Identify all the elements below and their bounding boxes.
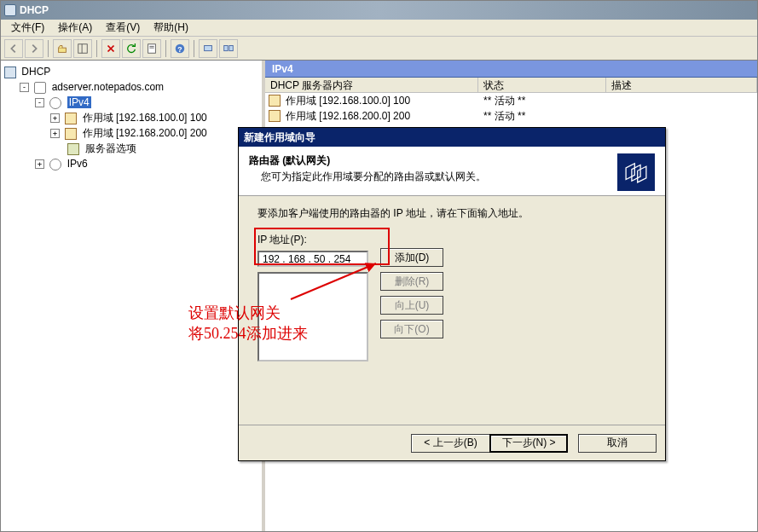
svg-text:?: ?: [177, 44, 182, 53]
scope-icon: [269, 110, 281, 122]
tree-ipv6-label: IPv6: [67, 158, 88, 170]
forward-button[interactable]: [25, 39, 43, 58]
tree-scope2-label: 作用域 [192.168.200.0] 200: [83, 127, 207, 139]
menu-view[interactable]: 查看(V): [106, 20, 140, 35]
up-button[interactable]: [53, 39, 72, 58]
next-button[interactable]: 下一步(N) >: [489, 434, 568, 453]
list-heading: IPv4: [272, 63, 293, 75]
options-icon: [67, 143, 79, 155]
svg-rect-1: [78, 43, 88, 53]
toolbar-separator: [96, 40, 97, 57]
list-columns: DHCP 服务器内容 状态 描述: [265, 78, 757, 93]
list-row[interactable]: 作用域 [192.168.100.0] 100 ** 活动 **: [265, 93, 757, 108]
help-button[interactable]: ?: [171, 39, 189, 58]
extra-button-2[interactable]: [219, 39, 238, 58]
cancel-button[interactable]: 取消: [578, 434, 657, 453]
main-window: DHCP 文件(F) 操作(A) 查看(V) 帮助(H) ? DHCP: [0, 0, 758, 532]
extra-button-1[interactable]: [199, 39, 217, 58]
list-header: IPv4: [265, 61, 757, 78]
list-row[interactable]: 作用域 [192.168.200.0] 200 ** 活动 **: [265, 108, 757, 124]
wizard-titlebar: 新建作用域向导: [239, 128, 665, 147]
tree-pane[interactable]: DHCP - adserver.notepados.com - IPv4: [1, 61, 265, 531]
wizard-banner-icon: [617, 153, 655, 191]
scope-icon: [65, 113, 77, 124]
tree-root[interactable]: DHCP - adserver.notepados.com - IPv4: [4, 64, 262, 171]
svg-rect-3: [148, 43, 156, 53]
tree-root-label: DHCP: [21, 66, 50, 78]
svg-rect-0: [59, 48, 67, 52]
svg-rect-10: [229, 45, 233, 50]
delete-button[interactable]: [101, 39, 120, 58]
row-state: ** 活动 **: [478, 109, 606, 124]
titlebar-text: DHCP: [20, 4, 49, 16]
col-desc[interactable]: 描述: [606, 78, 757, 92]
tree-ipv4-label: IPv4: [67, 96, 91, 108]
show-hide-button[interactable]: [73, 39, 92, 58]
server-icon: [34, 82, 46, 94]
annotation-line2: 将50.254添加进来: [188, 323, 308, 344]
annotation-arrow-icon: [282, 257, 393, 308]
menu-action[interactable]: 操作(A): [58, 20, 92, 35]
expand-icon[interactable]: +: [50, 129, 60, 138]
col-state[interactable]: 状态: [478, 78, 606, 92]
back-button[interactable]: [4, 39, 23, 58]
wizard-footer: < 上一步(B) 下一步(N) > 取消: [239, 425, 665, 460]
toolbar-separator: [48, 40, 49, 57]
scope-icon: [269, 95, 281, 107]
back-button[interactable]: < 上一步(B): [411, 434, 489, 453]
wizard-desc: 您可为指定此作用域要分配的路由器或默认网关。: [261, 170, 617, 184]
toolbar: ?: [1, 37, 757, 61]
tree-ipv4[interactable]: - IPv4 + 作用域 [192.168.100.0] 100: [35, 95, 262, 156]
toolbar-separator: [165, 40, 166, 57]
row-state: ** 活动 **: [478, 94, 606, 108]
collapse-icon[interactable]: -: [20, 83, 29, 92]
ipv6-icon: [49, 159, 61, 171]
svg-line-11: [291, 263, 376, 299]
tree-server-options[interactable]: 服务器选项: [50, 141, 262, 156]
tree-scope-100[interactable]: + 作用域 [192.168.100.0] 100: [50, 110, 262, 125]
down-button: 向下(O): [380, 320, 443, 338]
tree-server[interactable]: - adserver.notepados.com - IPv4: [20, 79, 262, 171]
wizard-header: 路由器 (默认网关) 您可为指定此作用域要分配的路由器或默认网关。: [239, 147, 665, 196]
titlebar: DHCP: [1, 1, 757, 20]
tree-server-label: adserver.notepados.com: [52, 81, 164, 93]
svg-rect-8: [205, 45, 212, 50]
tree-scope-200[interactable]: + 作用域 [192.168.200.0] 200: [50, 125, 262, 141]
collapse-icon[interactable]: -: [35, 98, 44, 107]
annotation-line1: 设置默认网关: [188, 303, 281, 323]
wizard-head: 路由器 (默认网关): [249, 153, 617, 168]
svg-rect-9: [224, 45, 228, 50]
export-button[interactable]: [142, 39, 161, 58]
refresh-button[interactable]: [122, 39, 141, 58]
tree-scope1-label: 作用域 [192.168.100.0] 100: [83, 112, 207, 124]
row-name: 作用域 [192.168.200.0] 200: [281, 109, 478, 124]
tree-options-label: 服务器选项: [85, 142, 136, 154]
menu-help[interactable]: 帮助(H): [153, 20, 188, 35]
wizard-title: 新建作用域向导: [244, 130, 315, 145]
col-content[interactable]: DHCP 服务器内容: [265, 78, 478, 92]
expand-icon[interactable]: +: [50, 113, 60, 123]
row-name: 作用域 [192.168.100.0] 100: [281, 94, 478, 108]
scope-icon: [65, 128, 77, 140]
menubar: 文件(F) 操作(A) 查看(V) 帮助(H): [1, 20, 757, 37]
wizard-instruction: 要添加客户端使用的路由器的 IP 地址，请在下面输入地址。: [257, 206, 646, 221]
app-icon: [4, 4, 16, 16]
ipv4-icon: [49, 97, 61, 109]
toolbar-separator: [194, 40, 194, 57]
dhcp-icon: [4, 66, 16, 78]
menu-file[interactable]: 文件(F): [11, 20, 44, 35]
tree-ipv6[interactable]: + IPv6: [35, 156, 262, 171]
expand-icon[interactable]: +: [35, 159, 44, 169]
